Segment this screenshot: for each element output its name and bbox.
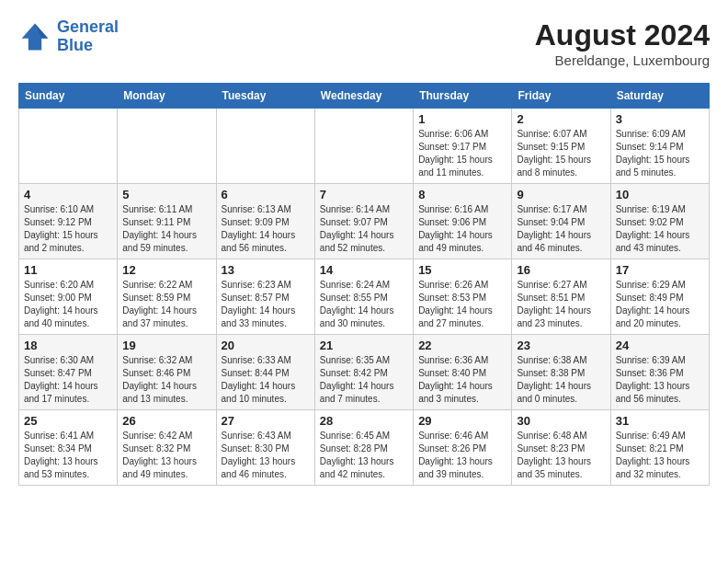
calendar-cell: 9Sunrise: 6:17 AM Sunset: 9:04 PM Daylig… bbox=[512, 184, 610, 259]
day-number: 10 bbox=[616, 188, 704, 201]
calendar-cell: 2Sunrise: 6:07 AM Sunset: 9:15 PM Daylig… bbox=[512, 109, 610, 184]
calendar-cell: 17Sunrise: 6:29 AM Sunset: 8:49 PM Dayli… bbox=[610, 259, 709, 335]
calendar-week-row: 4Sunrise: 6:10 AM Sunset: 9:12 PM Daylig… bbox=[19, 184, 710, 259]
day-info: Sunrise: 6:38 AM Sunset: 8:38 PM Dayligh… bbox=[517, 354, 605, 406]
day-info: Sunrise: 6:45 AM Sunset: 8:28 PM Dayligh… bbox=[320, 430, 408, 481]
calendar-cell bbox=[19, 109, 118, 184]
day-info: Sunrise: 6:09 AM Sunset: 9:14 PM Dayligh… bbox=[616, 128, 704, 179]
day-info: Sunrise: 6:35 AM Sunset: 8:42 PM Dayligh… bbox=[320, 354, 408, 406]
calendar-body: 1Sunrise: 6:06 AM Sunset: 9:17 PM Daylig… bbox=[19, 109, 710, 486]
calendar-cell: 16Sunrise: 6:27 AM Sunset: 8:51 PM Dayli… bbox=[512, 259, 610, 335]
calendar-table: SundayMondayTuesdayWednesdayThursdayFrid… bbox=[18, 83, 710, 486]
day-number: 3 bbox=[616, 112, 704, 126]
day-info: Sunrise: 6:42 AM Sunset: 8:32 PM Dayligh… bbox=[122, 430, 210, 481]
calendar-cell: 24Sunrise: 6:39 AM Sunset: 8:36 PM Dayli… bbox=[610, 335, 709, 410]
day-info: Sunrise: 6:20 AM Sunset: 9:00 PM Dayligh… bbox=[24, 279, 112, 330]
day-info: Sunrise: 6:06 AM Sunset: 9:17 PM Dayligh… bbox=[418, 128, 506, 179]
day-number: 27 bbox=[222, 414, 310, 428]
day-number: 4 bbox=[24, 188, 112, 201]
day-number: 18 bbox=[24, 339, 112, 352]
calendar-cell: 26Sunrise: 6:42 AM Sunset: 8:32 PM Dayli… bbox=[118, 410, 216, 486]
day-number: 7 bbox=[320, 188, 408, 201]
logo: General Blue bbox=[18, 18, 119, 55]
day-info: Sunrise: 6:32 AM Sunset: 8:46 PM Dayligh… bbox=[122, 354, 210, 406]
month-year: August 2024 bbox=[535, 18, 710, 52]
day-info: Sunrise: 6:22 AM Sunset: 8:59 PM Dayligh… bbox=[122, 279, 210, 330]
day-number: 14 bbox=[320, 263, 408, 277]
day-number: 9 bbox=[517, 188, 605, 201]
day-info: Sunrise: 6:10 AM Sunset: 9:12 PM Dayligh… bbox=[24, 203, 112, 255]
calendar-cell: 6Sunrise: 6:13 AM Sunset: 9:09 PM Daylig… bbox=[216, 184, 314, 259]
calendar-cell: 27Sunrise: 6:43 AM Sunset: 8:30 PM Dayli… bbox=[216, 410, 314, 486]
day-number: 28 bbox=[320, 414, 408, 428]
day-number: 26 bbox=[122, 414, 210, 428]
calendar-cell: 29Sunrise: 6:46 AM Sunset: 8:26 PM Dayli… bbox=[414, 410, 512, 486]
day-info: Sunrise: 6:46 AM Sunset: 8:26 PM Dayligh… bbox=[418, 430, 506, 481]
calendar-cell: 21Sunrise: 6:35 AM Sunset: 8:42 PM Dayli… bbox=[314, 335, 413, 410]
day-number: 8 bbox=[418, 188, 506, 201]
calendar-cell bbox=[118, 109, 216, 184]
weekday-header-row: SundayMondayTuesdayWednesdayThursdayFrid… bbox=[19, 84, 710, 109]
day-info: Sunrise: 6:14 AM Sunset: 9:07 PM Dayligh… bbox=[320, 203, 408, 255]
calendar-cell: 3Sunrise: 6:09 AM Sunset: 9:14 PM Daylig… bbox=[610, 109, 709, 184]
day-number: 29 bbox=[418, 414, 506, 428]
calendar-week-row: 18Sunrise: 6:30 AM Sunset: 8:47 PM Dayli… bbox=[19, 335, 710, 410]
day-info: Sunrise: 6:30 AM Sunset: 8:47 PM Dayligh… bbox=[24, 354, 112, 406]
title-block: August 2024 Bereldange, Luxembourg bbox=[535, 18, 710, 68]
logo-icon bbox=[18, 20, 51, 53]
weekday-header: Friday bbox=[512, 84, 610, 109]
day-info: Sunrise: 6:36 AM Sunset: 8:40 PM Dayligh… bbox=[418, 354, 506, 406]
day-info: Sunrise: 6:17 AM Sunset: 9:04 PM Dayligh… bbox=[517, 203, 605, 255]
calendar-cell: 7Sunrise: 6:14 AM Sunset: 9:07 PM Daylig… bbox=[314, 184, 413, 259]
day-info: Sunrise: 6:27 AM Sunset: 8:51 PM Dayligh… bbox=[517, 279, 605, 330]
day-number: 1 bbox=[418, 112, 506, 126]
day-info: Sunrise: 6:13 AM Sunset: 9:09 PM Dayligh… bbox=[222, 203, 310, 255]
calendar-cell: 11Sunrise: 6:20 AM Sunset: 9:00 PM Dayli… bbox=[19, 259, 118, 335]
calendar-cell: 5Sunrise: 6:11 AM Sunset: 9:11 PM Daylig… bbox=[118, 184, 216, 259]
day-number: 15 bbox=[418, 263, 506, 277]
calendar-cell: 1Sunrise: 6:06 AM Sunset: 9:17 PM Daylig… bbox=[414, 109, 512, 184]
calendar-header: SundayMondayTuesdayWednesdayThursdayFrid… bbox=[19, 84, 710, 109]
day-number: 25 bbox=[24, 414, 112, 428]
day-info: Sunrise: 6:16 AM Sunset: 9:06 PM Dayligh… bbox=[418, 203, 506, 255]
day-info: Sunrise: 6:41 AM Sunset: 8:34 PM Dayligh… bbox=[24, 430, 112, 481]
day-number: 12 bbox=[122, 263, 210, 277]
weekday-header: Monday bbox=[118, 84, 216, 109]
day-number: 31 bbox=[616, 414, 704, 428]
day-info: Sunrise: 6:39 AM Sunset: 8:36 PM Dayligh… bbox=[616, 354, 704, 406]
day-number: 17 bbox=[616, 263, 704, 277]
calendar-cell: 20Sunrise: 6:33 AM Sunset: 8:44 PM Dayli… bbox=[216, 335, 314, 410]
logo-text: General Blue bbox=[57, 18, 119, 55]
calendar-cell: 15Sunrise: 6:26 AM Sunset: 8:53 PM Dayli… bbox=[414, 259, 512, 335]
calendar-cell: 31Sunrise: 6:49 AM Sunset: 8:21 PM Dayli… bbox=[610, 410, 709, 486]
day-info: Sunrise: 6:24 AM Sunset: 8:55 PM Dayligh… bbox=[320, 279, 408, 330]
calendar-cell: 13Sunrise: 6:23 AM Sunset: 8:57 PM Dayli… bbox=[216, 259, 314, 335]
calendar-cell: 14Sunrise: 6:24 AM Sunset: 8:55 PM Dayli… bbox=[314, 259, 413, 335]
day-info: Sunrise: 6:48 AM Sunset: 8:23 PM Dayligh… bbox=[517, 430, 605, 481]
day-number: 6 bbox=[222, 188, 310, 201]
calendar-cell: 23Sunrise: 6:38 AM Sunset: 8:38 PM Dayli… bbox=[512, 335, 610, 410]
day-number: 24 bbox=[616, 339, 704, 352]
weekday-header: Wednesday bbox=[314, 84, 413, 109]
calendar-cell: 30Sunrise: 6:48 AM Sunset: 8:23 PM Dayli… bbox=[512, 410, 610, 486]
day-number: 22 bbox=[418, 339, 506, 352]
day-info: Sunrise: 6:49 AM Sunset: 8:21 PM Dayligh… bbox=[616, 430, 704, 481]
day-info: Sunrise: 6:26 AM Sunset: 8:53 PM Dayligh… bbox=[418, 279, 506, 330]
day-info: Sunrise: 6:23 AM Sunset: 8:57 PM Dayligh… bbox=[222, 279, 310, 330]
calendar-cell: 4Sunrise: 6:10 AM Sunset: 9:12 PM Daylig… bbox=[19, 184, 118, 259]
day-info: Sunrise: 6:11 AM Sunset: 9:11 PM Dayligh… bbox=[122, 203, 210, 255]
weekday-header: Tuesday bbox=[216, 84, 314, 109]
calendar-cell: 22Sunrise: 6:36 AM Sunset: 8:40 PM Dayli… bbox=[414, 335, 512, 410]
calendar-cell bbox=[216, 109, 314, 184]
day-number: 19 bbox=[122, 339, 210, 352]
day-info: Sunrise: 6:43 AM Sunset: 8:30 PM Dayligh… bbox=[222, 430, 310, 481]
day-info: Sunrise: 6:07 AM Sunset: 9:15 PM Dayligh… bbox=[517, 128, 605, 179]
calendar-cell: 18Sunrise: 6:30 AM Sunset: 8:47 PM Dayli… bbox=[19, 335, 118, 410]
calendar-cell: 25Sunrise: 6:41 AM Sunset: 8:34 PM Dayli… bbox=[19, 410, 118, 486]
location: Bereldange, Luxembourg bbox=[535, 52, 710, 68]
calendar-cell: 28Sunrise: 6:45 AM Sunset: 8:28 PM Dayli… bbox=[314, 410, 413, 486]
calendar-cell: 8Sunrise: 6:16 AM Sunset: 9:06 PM Daylig… bbox=[414, 184, 512, 259]
calendar-week-row: 11Sunrise: 6:20 AM Sunset: 9:00 PM Dayli… bbox=[19, 259, 710, 335]
page-header: General Blue August 2024 Bereldange, Lux… bbox=[18, 18, 710, 68]
day-number: 30 bbox=[517, 414, 605, 428]
